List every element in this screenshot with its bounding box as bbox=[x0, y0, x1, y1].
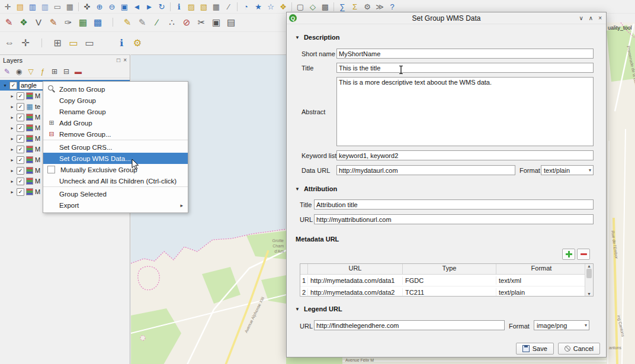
temporal-icon[interactable]: ◔ bbox=[240, 1, 252, 12]
close-panel-icon[interactable]: × bbox=[123, 57, 127, 63]
float-icon[interactable]: ∧ bbox=[589, 15, 593, 21]
identify-icon[interactable]: ℹ bbox=[173, 1, 185, 12]
close-icon[interactable]: × bbox=[598, 15, 602, 21]
remove-row-button[interactable] bbox=[577, 249, 590, 260]
remove-layer-icon[interactable]: ▬ bbox=[73, 66, 84, 77]
copy-features-icon[interactable]: ▣ bbox=[209, 15, 223, 30]
layer-label[interactable]: M bbox=[35, 188, 40, 195]
move-feature-icon[interactable]: ✛ bbox=[18, 35, 33, 50]
checker-icon[interactable]: ▩ bbox=[91, 15, 105, 30]
layer-checkbox[interactable]: ✓ bbox=[17, 178, 24, 185]
expander-icon[interactable]: ▸ bbox=[9, 147, 15, 152]
open-project-icon[interactable]: ▤ bbox=[14, 1, 26, 12]
field-tool-icon[interactable]: ✎ bbox=[46, 15, 60, 30]
context-menu-item[interactable]: ⊟ Remove Group... bbox=[43, 128, 188, 140]
context-menu-item[interactable]: Mutually Exclusive Group bbox=[43, 164, 188, 175]
expander-icon[interactable]: ▸ bbox=[9, 189, 15, 195]
styling-panel-icon[interactable]: ✎ bbox=[2, 66, 12, 77]
save-project-as-icon[interactable]: ▥ bbox=[39, 1, 51, 12]
scroll-down-icon[interactable]: ▼ bbox=[587, 292, 591, 296]
scroll-up-icon[interactable]: ▲ bbox=[587, 264, 591, 268]
abstract-textarea[interactable]: This is a more descriptive text aboout t… bbox=[336, 77, 594, 146]
zoom-last-icon[interactable]: ◄ bbox=[131, 1, 143, 12]
scrollbar-thumb[interactable] bbox=[586, 269, 592, 278]
add-vector-icon[interactable]: ◇ bbox=[307, 1, 319, 12]
toggle-editing-icon[interactable]: ✎ bbox=[120, 15, 134, 30]
layer-label[interactable]: M bbox=[35, 156, 40, 163]
context-menu-item[interactable]: Set Group CRS... bbox=[43, 141, 188, 153]
info-icon[interactable]: ℹ bbox=[114, 35, 129, 50]
style-manager-icon[interactable]: ✎ bbox=[2, 15, 16, 30]
expander-icon[interactable]: ▸ bbox=[9, 136, 15, 141]
processing-icon[interactable]: ⚙ bbox=[361, 1, 373, 12]
deselect-icon[interactable]: ▧ bbox=[198, 1, 210, 12]
vertex-tool-icon[interactable]: ∴ bbox=[165, 15, 179, 30]
zoom-out-icon[interactable]: ⊖ bbox=[106, 1, 118, 12]
context-menu-item[interactable]: ⊞ Add Group bbox=[43, 117, 188, 128]
map-themes-icon[interactable]: ◉ bbox=[14, 66, 24, 77]
vector-tools-icon[interactable]: V bbox=[31, 15, 46, 30]
layer-label[interactable]: M bbox=[35, 178, 40, 185]
map-canvas-bottom[interactable]: Avenue Félix M bbox=[286, 357, 607, 364]
zoom-group-icon[interactable]: ⊞ bbox=[50, 35, 65, 50]
layer-checkbox[interactable]: ✓ bbox=[17, 124, 24, 132]
float-panel-icon[interactable]: □ bbox=[117, 57, 120, 63]
expand-all-icon[interactable]: ⊞ bbox=[49, 66, 60, 77]
metadata-table-row[interactable]: 1 http://mymetadata.com/data1 FGDC text/… bbox=[300, 275, 593, 286]
attribution-title-input[interactable] bbox=[314, 199, 594, 210]
pan-map-icon[interactable]: ✛ bbox=[2, 1, 14, 12]
collapse-icon[interactable]: ∨ bbox=[579, 15, 583, 21]
context-menu-item[interactable]: Zoom to Group bbox=[43, 83, 188, 95]
section-legend-url[interactable]: ▼ Legend URL bbox=[295, 305, 342, 313]
expander-icon[interactable]: ▸ bbox=[9, 94, 15, 99]
metadata-table-row[interactable]: 2 http://mymetadata.com/data2 TC211 text… bbox=[300, 286, 593, 297]
cut-features-icon[interactable]: ✂ bbox=[194, 15, 209, 30]
python-icon[interactable]: ≫ bbox=[374, 1, 386, 12]
new-shapefile-icon[interactable]: ❖ bbox=[17, 15, 31, 30]
map-canvas-right[interactable]: Promenade de la Barre Rue de l'Embor ing… bbox=[607, 22, 635, 364]
expander-icon[interactable]: ▸ bbox=[9, 125, 15, 131]
new-layout-icon[interactable]: ▭ bbox=[52, 1, 63, 12]
map-tips-icon[interactable]: ❖ bbox=[277, 1, 289, 12]
context-menu-item[interactable]: Set Group WMS Data... bbox=[43, 153, 188, 164]
save-button[interactable]: Save bbox=[516, 343, 554, 355]
filter-legend-icon[interactable]: ▽ bbox=[25, 66, 36, 77]
layer-checkbox[interactable]: ✓ bbox=[17, 156, 24, 164]
context-menu-item[interactable]: Uncheck and All its Children (Ctrl-click… bbox=[43, 175, 188, 187]
new-layer-icon[interactable]: ▢ bbox=[294, 1, 306, 12]
layer-label[interactable]: M bbox=[35, 167, 40, 174]
layer-checkbox[interactable]: ✓ bbox=[9, 82, 17, 89]
delete-selected-icon[interactable]: ⊘ bbox=[179, 15, 194, 30]
save-project-icon[interactable]: ▥ bbox=[27, 1, 39, 12]
layer-label[interactable]: M bbox=[35, 124, 40, 131]
layer-checkbox[interactable]: ✓ bbox=[17, 135, 24, 143]
zoom-next-icon[interactable]: ► bbox=[143, 1, 155, 12]
legend-url-input[interactable] bbox=[314, 320, 505, 330]
save-edits-icon[interactable]: ✎ bbox=[135, 15, 149, 30]
layer-checkbox[interactable]: ✓ bbox=[17, 103, 24, 111]
zoom-in-icon[interactable]: ⊕ bbox=[94, 1, 105, 12]
layer-checkbox[interactable]: ✓ bbox=[17, 146, 24, 153]
cancel-button[interactable]: Cancel bbox=[558, 343, 600, 355]
field-calculator-icon[interactable]: ∑ bbox=[336, 1, 348, 12]
short-name-input[interactable] bbox=[336, 49, 594, 59]
bookmark-icon[interactable]: ★ bbox=[252, 1, 264, 12]
filter-expression-icon[interactable]: ƒ bbox=[37, 66, 48, 77]
help-icon[interactable]: ? bbox=[386, 1, 398, 12]
section-attribution[interactable]: ▼ Attribution bbox=[295, 185, 337, 192]
raster-grid-icon[interactable]: ▦ bbox=[76, 15, 90, 30]
annotation-icon[interactable]: ✑ bbox=[61, 15, 75, 30]
layout-manager-icon[interactable]: ▦ bbox=[64, 1, 76, 12]
paste-features-icon[interactable]: ▤ bbox=[224, 15, 238, 30]
data-url-format-select[interactable]: text/plain ▾ bbox=[541, 165, 594, 175]
select-features-icon[interactable]: ▨ bbox=[185, 1, 197, 12]
data-url-input[interactable] bbox=[336, 165, 515, 175]
layer-label[interactable]: M bbox=[35, 92, 40, 99]
layer-checkbox[interactable]: ✓ bbox=[17, 188, 24, 196]
expander-icon[interactable]: ▸ bbox=[9, 168, 15, 173]
expander-icon[interactable]: ▸ bbox=[9, 179, 15, 184]
expander-icon[interactable]: ▾ bbox=[2, 83, 8, 88]
context-menu-item[interactable]: Rename Group bbox=[43, 106, 188, 117]
wrench-icon[interactable]: ⚙ bbox=[130, 35, 145, 50]
layer-checkbox[interactable]: ✓ bbox=[17, 167, 24, 175]
